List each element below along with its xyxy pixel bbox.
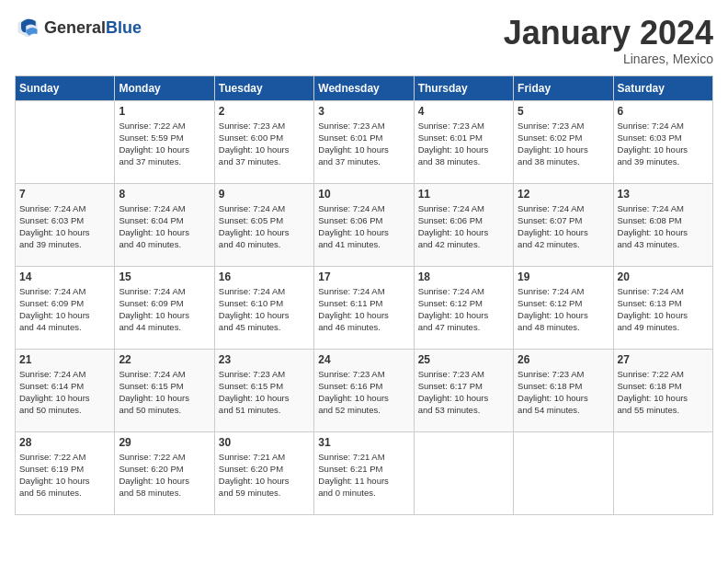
- day-number: 3: [318, 105, 409, 118]
- calendar-cell: 8Sunrise: 7:24 AM Sunset: 6:04 PM Daylig…: [115, 183, 214, 266]
- logo-icon: [15, 15, 40, 40]
- calendar-cell: 21Sunrise: 7:24 AM Sunset: 6:14 PM Dayli…: [16, 349, 115, 431]
- calendar-week-1: 1Sunrise: 7:22 AM Sunset: 5:59 PM Daylig…: [16, 100, 713, 183]
- calendar-cell: 18Sunrise: 7:24 AM Sunset: 6:12 PM Dayli…: [414, 266, 513, 349]
- calendar-cell: 20Sunrise: 7:24 AM Sunset: 6:13 PM Dayli…: [613, 266, 712, 349]
- day-number: 21: [19, 353, 110, 366]
- day-number: 25: [418, 353, 509, 366]
- day-number: 27: [618, 353, 709, 366]
- day-number: 19: [518, 270, 609, 283]
- day-info: Sunrise: 7:22 AM Sunset: 6:20 PM Dayligh…: [119, 451, 210, 500]
- day-number: 8: [119, 188, 210, 201]
- day-number: 18: [418, 270, 509, 283]
- day-info: Sunrise: 7:24 AM Sunset: 6:10 PM Dayligh…: [219, 285, 310, 334]
- day-number: 23: [219, 353, 310, 366]
- calendar-cell: 12Sunrise: 7:24 AM Sunset: 6:07 PM Dayli…: [514, 183, 613, 266]
- day-info: Sunrise: 7:24 AM Sunset: 6:09 PM Dayligh…: [19, 285, 110, 334]
- calendar-cell: 27Sunrise: 7:22 AM Sunset: 6:18 PM Dayli…: [613, 349, 712, 431]
- calendar-cell: 23Sunrise: 7:23 AM Sunset: 6:15 PM Dayli…: [214, 349, 313, 431]
- day-info: Sunrise: 7:21 AM Sunset: 6:21 PM Dayligh…: [318, 451, 409, 500]
- day-number: 9: [219, 188, 310, 201]
- day-info: Sunrise: 7:24 AM Sunset: 6:03 PM Dayligh…: [19, 202, 110, 251]
- day-info: Sunrise: 7:24 AM Sunset: 6:08 PM Dayligh…: [618, 202, 709, 251]
- day-info: Sunrise: 7:23 AM Sunset: 6:16 PM Dayligh…: [318, 368, 409, 417]
- col-saturday: Saturday: [613, 75, 712, 100]
- day-info: Sunrise: 7:23 AM Sunset: 6:18 PM Dayligh…: [518, 368, 609, 417]
- calendar-cell: 28Sunrise: 7:22 AM Sunset: 6:19 PM Dayli…: [16, 431, 115, 514]
- day-info: Sunrise: 7:24 AM Sunset: 6:15 PM Dayligh…: [119, 368, 210, 417]
- day-number: 29: [119, 436, 210, 449]
- calendar-cell: 16Sunrise: 7:24 AM Sunset: 6:10 PM Dayli…: [214, 266, 313, 349]
- day-number: 5: [518, 105, 609, 118]
- col-friday: Friday: [514, 75, 613, 100]
- day-info: Sunrise: 7:24 AM Sunset: 6:07 PM Dayligh…: [518, 202, 609, 251]
- day-info: Sunrise: 7:24 AM Sunset: 6:06 PM Dayligh…: [318, 202, 409, 251]
- calendar-cell: [613, 431, 712, 514]
- calendar-cell: 31Sunrise: 7:21 AM Sunset: 6:21 PM Dayli…: [314, 431, 414, 514]
- logo: GeneralBlue: [15, 15, 142, 40]
- day-info: Sunrise: 7:24 AM Sunset: 6:11 PM Dayligh…: [318, 285, 409, 334]
- month-title: January 2024: [504, 15, 713, 52]
- logo-general: General: [44, 18, 106, 37]
- calendar-week-5: 28Sunrise: 7:22 AM Sunset: 6:19 PM Dayli…: [16, 431, 713, 514]
- calendar-cell: 11Sunrise: 7:24 AM Sunset: 6:06 PM Dayli…: [414, 183, 513, 266]
- col-wednesday: Wednesday: [314, 75, 414, 100]
- calendar-cell: 2Sunrise: 7:23 AM Sunset: 6:00 PM Daylig…: [214, 100, 313, 183]
- day-info: Sunrise: 7:23 AM Sunset: 6:00 PM Dayligh…: [219, 120, 310, 168]
- day-info: Sunrise: 7:23 AM Sunset: 6:01 PM Dayligh…: [318, 120, 409, 168]
- page-container: GeneralBlue January 2024 Linares, Mexico…: [15, 15, 713, 515]
- day-info: Sunrise: 7:24 AM Sunset: 6:03 PM Dayligh…: [618, 120, 709, 168]
- calendar-cell: 26Sunrise: 7:23 AM Sunset: 6:18 PM Dayli…: [514, 349, 613, 431]
- day-info: Sunrise: 7:24 AM Sunset: 6:06 PM Dayligh…: [418, 202, 509, 251]
- calendar-cell: 15Sunrise: 7:24 AM Sunset: 6:09 PM Dayli…: [115, 266, 214, 349]
- calendar-cell: 14Sunrise: 7:24 AM Sunset: 6:09 PM Dayli…: [16, 266, 115, 349]
- calendar-cell: [414, 431, 513, 514]
- col-thursday: Thursday: [414, 75, 513, 100]
- calendar-cell: 10Sunrise: 7:24 AM Sunset: 6:06 PM Dayli…: [314, 183, 414, 266]
- logo-text: GeneralBlue: [44, 18, 142, 38]
- calendar-cell: 6Sunrise: 7:24 AM Sunset: 6:03 PM Daylig…: [613, 100, 712, 183]
- calendar-cell: 3Sunrise: 7:23 AM Sunset: 6:01 PM Daylig…: [314, 100, 414, 183]
- day-info: Sunrise: 7:24 AM Sunset: 6:05 PM Dayligh…: [219, 202, 310, 251]
- calendar-cell: 24Sunrise: 7:23 AM Sunset: 6:16 PM Dayli…: [314, 349, 414, 431]
- day-number: 7: [19, 188, 110, 201]
- day-number: 13: [618, 188, 709, 201]
- header-row: Sunday Monday Tuesday Wednesday Thursday…: [16, 75, 713, 100]
- calendar-week-3: 14Sunrise: 7:24 AM Sunset: 6:09 PM Dayli…: [16, 266, 713, 349]
- col-tuesday: Tuesday: [214, 75, 313, 100]
- day-info: Sunrise: 7:24 AM Sunset: 6:12 PM Dayligh…: [418, 285, 509, 334]
- day-number: 10: [318, 188, 409, 201]
- calendar-header: Sunday Monday Tuesday Wednesday Thursday…: [16, 75, 713, 100]
- day-info: Sunrise: 7:23 AM Sunset: 6:01 PM Dayligh…: [418, 120, 509, 168]
- location-subtitle: Linares, Mexico: [504, 52, 713, 66]
- day-info: Sunrise: 7:22 AM Sunset: 6:19 PM Dayligh…: [19, 451, 110, 500]
- day-number: 24: [318, 353, 409, 366]
- day-info: Sunrise: 7:24 AM Sunset: 6:04 PM Dayligh…: [119, 202, 210, 251]
- calendar-week-4: 21Sunrise: 7:24 AM Sunset: 6:14 PM Dayli…: [16, 349, 713, 431]
- calendar-week-2: 7Sunrise: 7:24 AM Sunset: 6:03 PM Daylig…: [16, 183, 713, 266]
- calendar-cell: 4Sunrise: 7:23 AM Sunset: 6:01 PM Daylig…: [414, 100, 513, 183]
- day-info: Sunrise: 7:22 AM Sunset: 6:18 PM Dayligh…: [618, 368, 709, 417]
- day-number: 26: [518, 353, 609, 366]
- calendar-body: 1Sunrise: 7:22 AM Sunset: 5:59 PM Daylig…: [16, 100, 713, 514]
- title-area: January 2024 Linares, Mexico: [504, 15, 713, 66]
- day-number: 2: [219, 105, 310, 118]
- calendar-table: Sunday Monday Tuesday Wednesday Thursday…: [15, 75, 713, 515]
- calendar-cell: 29Sunrise: 7:22 AM Sunset: 6:20 PM Dayli…: [115, 431, 214, 514]
- day-number: 17: [318, 270, 409, 283]
- day-info: Sunrise: 7:24 AM Sunset: 6:13 PM Dayligh…: [618, 285, 709, 334]
- day-number: 22: [119, 353, 210, 366]
- calendar-cell: 17Sunrise: 7:24 AM Sunset: 6:11 PM Dayli…: [314, 266, 414, 349]
- day-number: 16: [219, 270, 310, 283]
- calendar-cell: [16, 100, 115, 183]
- day-number: 4: [418, 105, 509, 118]
- day-info: Sunrise: 7:21 AM Sunset: 6:20 PM Dayligh…: [219, 451, 310, 500]
- day-number: 14: [19, 270, 110, 283]
- day-info: Sunrise: 7:24 AM Sunset: 6:14 PM Dayligh…: [19, 368, 110, 417]
- header-area: GeneralBlue January 2024 Linares, Mexico: [15, 15, 713, 66]
- calendar-cell: 13Sunrise: 7:24 AM Sunset: 6:08 PM Dayli…: [613, 183, 712, 266]
- day-info: Sunrise: 7:23 AM Sunset: 6:15 PM Dayligh…: [219, 368, 310, 417]
- col-sunday: Sunday: [16, 75, 115, 100]
- day-info: Sunrise: 7:24 AM Sunset: 6:09 PM Dayligh…: [119, 285, 210, 334]
- col-monday: Monday: [115, 75, 214, 100]
